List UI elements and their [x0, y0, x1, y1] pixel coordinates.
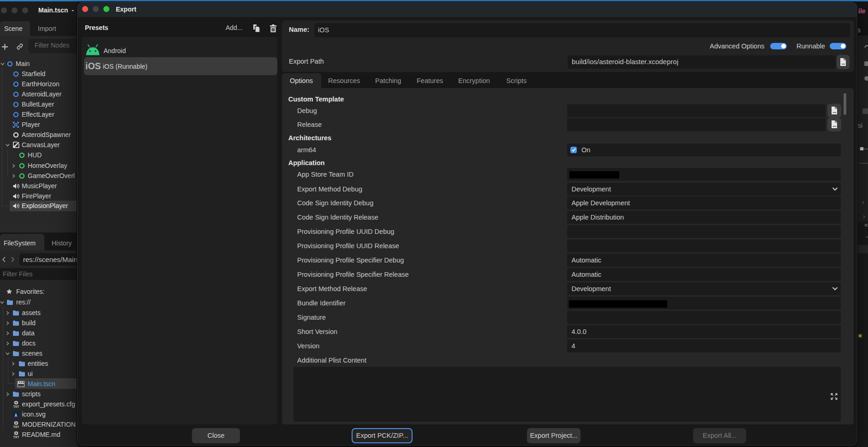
svg-text:TXT: TXT [13, 435, 19, 438]
svg-text:TXT: TXT [13, 425, 19, 428]
svg-text:TXT: TXT [13, 405, 19, 408]
